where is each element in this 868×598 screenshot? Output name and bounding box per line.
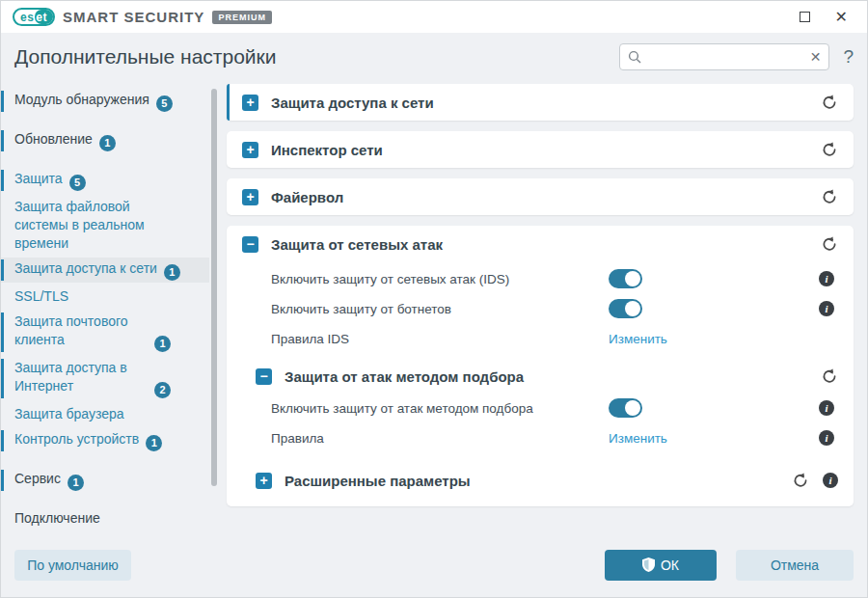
subsection-title: Расширенные параметры — [285, 473, 779, 489]
setting-row-botnet: Включить защиту от ботнетов i — [242, 294, 838, 323]
sidebar-item-detection-engine[interactable]: Модуль обнаружения5 — [1, 89, 209, 114]
ok-button-label: ОК — [661, 557, 679, 573]
collapse-icon[interactable]: − — [256, 368, 272, 385]
sidebar-item-realtime-filesystem-protection[interactable]: Защита файловой системы в реальном време… — [1, 196, 209, 255]
titlebar: eset SMART SECURITY PREMIUM ✕ — [1, 1, 867, 33]
toggle-ids-protection[interactable] — [609, 269, 642, 288]
sidebar-item-network-access-protection[interactable]: Защита доступа к сети1 — [1, 258, 209, 283]
sidebar-item-update[interactable]: Обновление1 — [1, 128, 209, 153]
count-badge: 5 — [156, 95, 173, 112]
info-icon[interactable]: i — [819, 430, 834, 446]
subsection-brute-force-protection[interactable]: − Защита от атак методом подбора — [242, 359, 838, 394]
search-clear-icon[interactable]: ✕ — [810, 50, 822, 64]
count-badge: 1 — [146, 435, 162, 451]
page-header: Дополнительные настройки ✕ ? — [1, 33, 867, 81]
subsection-advanced-options[interactable]: + Расширенные параметры i — [242, 460, 838, 493]
sidebar-item-web-access-protection[interactable]: Защита доступа в Интернет2 — [1, 357, 209, 400]
eset-logo-text-left: es — [14, 10, 35, 24]
setting-row-ids-rules: Правила IDS Изменить — [242, 324, 838, 353]
maximize-button[interactable] — [800, 12, 810, 22]
sidebar-item-tools[interactable]: Сервис1 — [1, 468, 209, 493]
settings-content: + Защита доступа к сети + Инспектор сети — [209, 81, 867, 542]
sidebar-item-label: Защита почтового клиента — [14, 313, 148, 349]
section-header[interactable]: + Файервол — [227, 178, 854, 215]
sidebar-scrollbar[interactable] — [211, 89, 217, 486]
sidebar-item-label: Подключение — [14, 510, 100, 526]
undo-icon[interactable] — [821, 235, 838, 253]
sidebar-item-connectivity[interactable]: Подключение — [1, 507, 209, 530]
setting-label: Правила IDS — [271, 332, 609, 346]
footer: По умолчанию ОК Отмена — [1, 542, 867, 597]
undo-icon[interactable] — [821, 141, 838, 158]
search-input[interactable] — [647, 50, 803, 65]
page-title: Дополнительные настройки — [14, 45, 276, 68]
setting-row-brute-force: Включить защиту от атак методом подбора … — [242, 394, 838, 422]
info-icon[interactable]: i — [823, 473, 838, 488]
shield-icon — [642, 557, 655, 572]
count-badge: 1 — [68, 475, 84, 491]
undo-icon[interactable] — [821, 188, 838, 205]
subsection-title: Защита от атак методом подбора — [285, 368, 808, 385]
sidebar-item-label: SSL/TLS — [14, 288, 68, 304]
sidebar-item-label: Обновление — [14, 131, 93, 147]
info-icon[interactable]: i — [819, 271, 834, 286]
sidebar-item-device-control[interactable]: Контроль устройств1 — [1, 428, 209, 453]
default-button[interactable]: По умолчанию — [14, 550, 131, 581]
eset-logo-icon: eset — [13, 8, 55, 26]
sidebar-item-label: Модуль обнаружения — [14, 92, 149, 107]
setting-label: Включить защиту от атак методом подбора — [271, 401, 609, 416]
toggle-knob — [625, 271, 640, 286]
section-title: Инспектор сети — [271, 142, 808, 158]
toggle-brute-force-protection[interactable] — [609, 398, 642, 418]
info-icon[interactable]: i — [819, 301, 834, 316]
toggle-knob — [625, 400, 640, 416]
eset-logo: eset SMART SECURITY PREMIUM — [13, 8, 272, 26]
section-network-inspector: + Инспектор сети — [227, 131, 854, 168]
setting-label: Включить защиту от сетевых атак (IDS) — [271, 272, 609, 286]
section-header[interactable]: + Инспектор сети — [227, 131, 854, 168]
section-firewall: + Файервол — [227, 178, 854, 215]
sidebar-item-ssl-tls[interactable]: SSL/TLS — [1, 285, 209, 308]
section-header[interactable]: − Защита от сетевых атак — [227, 226, 854, 262]
toggle-knob — [625, 301, 640, 316]
info-icon[interactable]: i — [819, 400, 834, 416]
undo-icon[interactable] — [792, 472, 809, 489]
app-window: eset SMART SECURITY PREMIUM ✕ Дополнител… — [0, 0, 868, 598]
toggle-botnet-protection[interactable] — [609, 299, 642, 318]
setting-row-ids: Включить защиту от сетевых атак (IDS) i — [242, 264, 838, 293]
maximize-icon — [800, 12, 810, 22]
eset-logo-text-right: et — [35, 10, 53, 24]
section-title: Защита доступа к сети — [271, 95, 808, 111]
section-header[interactable]: + Защита доступа к сети — [227, 84, 854, 121]
section-network-access-protection: + Защита доступа к сети — [227, 84, 854, 121]
edit-rules-link[interactable]: Изменить — [609, 431, 667, 446]
search-box[interactable]: ✕ — [619, 43, 829, 70]
edit-ids-rules-link[interactable]: Изменить — [609, 332, 667, 346]
section-network-attack-protection: − Защита от сетевых атак Включить защиту… — [227, 226, 854, 506]
sidebar-item-label: Защита браузера — [14, 406, 124, 421]
search-icon — [628, 50, 641, 64]
collapse-icon[interactable]: − — [242, 236, 258, 253]
cancel-button[interactable]: Отмена — [736, 550, 854, 581]
product-name: SMART SECURITY — [63, 9, 204, 25]
ok-button[interactable]: ОК — [605, 550, 717, 581]
count-badge: 1 — [99, 135, 116, 151]
count-badge: 1 — [164, 264, 180, 281]
expand-icon[interactable]: + — [256, 473, 272, 489]
expand-icon[interactable]: + — [242, 142, 258, 158]
sidebar-item-label: Сервис — [14, 471, 61, 486]
undo-icon[interactable] — [821, 94, 838, 111]
undo-icon[interactable] — [821, 367, 838, 385]
sidebar-item-email-client-protection[interactable]: Защита почтового клиента1 — [1, 311, 209, 354]
expand-icon[interactable]: + — [242, 95, 258, 111]
close-button[interactable]: ✕ — [835, 10, 848, 25]
setting-label: Включить защиту от ботнетов — [271, 302, 609, 316]
count-badge: 1 — [154, 336, 171, 352]
sidebar: Модуль обнаружения5 Обновление1 Защита5 … — [1, 81, 209, 542]
expand-icon[interactable]: + — [242, 189, 258, 205]
edition-badge: PREMIUM — [212, 11, 272, 24]
help-button[interactable]: ? — [843, 46, 854, 68]
sidebar-item-label: Защита доступа в Интернет — [14, 359, 148, 395]
sidebar-item-protection[interactable]: Защита5 — [1, 168, 209, 193]
sidebar-item-browser-protection[interactable]: Защита браузера — [1, 403, 209, 425]
